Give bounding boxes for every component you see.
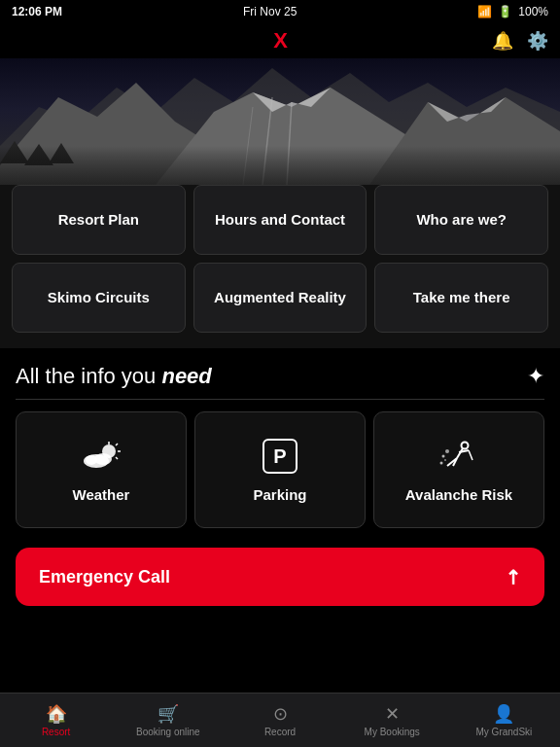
info-section: All the info you need ✦	[0, 348, 560, 548]
star-icon: ✦	[527, 364, 544, 389]
divider	[16, 399, 544, 400]
tab-record-label: Record	[264, 727, 296, 737]
svg-line-15	[469, 450, 472, 460]
bookings-icon: ✕	[385, 703, 400, 725]
tab-grandski-label: My GrandSki	[476, 727, 533, 737]
wifi-icon: 📶	[477, 5, 492, 18]
logo: X	[273, 28, 287, 53]
avalanche-label: Avalanche Risk	[405, 485, 512, 505]
svg-line-4	[116, 444, 118, 445]
status-date: Fri Nov 25	[243, 5, 297, 18]
battery-label: 100%	[518, 5, 548, 18]
emergency-call-button[interactable]: Emergency Call ↗	[16, 548, 544, 606]
tab-mybookings[interactable]: ✕ My Bookings	[336, 694, 448, 747]
grid-section: Resort Plan Hours and Contact Who are we…	[0, 185, 560, 348]
svg-point-16	[442, 455, 445, 458]
home-icon: 🏠	[46, 703, 67, 725]
tab-resort[interactable]: 🏠 Resort	[0, 694, 112, 747]
augmented-reality-button[interactable]: Augmented Reality	[193, 263, 368, 333]
tab-booking-label: Booking online	[136, 727, 200, 737]
status-bar: 12:06 PM Fri Nov 25 📶 🔋 100%	[0, 0, 560, 23]
svg-point-17	[445, 449, 449, 453]
profile-icon: 👤	[493, 703, 514, 725]
emergency-section: Emergency Call ↗	[0, 548, 560, 622]
bell-icon[interactable]: 🔔	[492, 30, 513, 52]
grid-row-1: Resort Plan Hours and Contact Who are we…	[12, 185, 548, 255]
resort-plan-button[interactable]: Resort Plan	[12, 185, 186, 255]
take-me-there-button[interactable]: Take me there	[374, 263, 548, 333]
battery-icon: 🔋	[498, 5, 512, 18]
weather-card[interactable]: Weather	[16, 411, 187, 528]
parking-label: Parking	[253, 485, 306, 505]
svg-line-11	[457, 448, 463, 458]
cart-icon: 🛒	[158, 703, 179, 725]
cards-grid: Weather P Parking	[16, 411, 544, 528]
svg-point-18	[440, 462, 443, 465]
emergency-label: Emergency Call	[39, 567, 170, 587]
tab-booking[interactable]: 🛒 Booking online	[112, 694, 224, 747]
svg-point-19	[444, 459, 446, 461]
info-title: All the info you need	[16, 364, 212, 389]
tab-record[interactable]: ⊙ Record	[224, 694, 335, 747]
svg-point-9	[86, 455, 97, 465]
record-icon: ⊙	[273, 703, 288, 725]
tab-mybookings-label: My Bookings	[365, 727, 420, 737]
svg-rect-1	[0, 146, 560, 185]
nav-icons: 🔔 ⚙️	[492, 30, 548, 52]
who-are-we-button[interactable]: Who are we?	[374, 185, 548, 255]
tab-resort-label: Resort	[42, 727, 70, 737]
svg-point-10	[462, 443, 469, 449]
status-time: 12:06 PM	[12, 5, 62, 18]
top-nav: X 🔔 ⚙️	[0, 23, 560, 58]
skimo-circuits-button[interactable]: Skimo Circuits	[12, 263, 186, 333]
svg-line-6	[116, 457, 118, 459]
tab-grandski[interactable]: 👤 My GrandSki	[448, 694, 560, 747]
grid-row-2: Skimo Circuits Augmented Reality Take me…	[12, 263, 548, 333]
info-header: All the info you need ✦	[16, 364, 544, 389]
weather-label: Weather	[73, 485, 130, 505]
avalanche-icon	[438, 439, 480, 474]
settings-icon[interactable]: ⚙️	[527, 30, 548, 52]
parking-icon: P	[262, 439, 298, 474]
weather-icon	[80, 439, 122, 474]
tab-bar: 🏠 Resort 🛒 Booking online ⊙ Record ✕ My …	[0, 693, 560, 747]
hours-contact-button[interactable]: Hours and Contact	[193, 185, 368, 255]
status-icons: 📶 🔋 100%	[477, 5, 548, 18]
parking-card[interactable]: P Parking	[194, 411, 366, 528]
avalanche-card[interactable]: Avalanche Risk	[373, 411, 544, 528]
emergency-arrow-icon: ↗	[499, 563, 527, 591]
hero-image	[0, 58, 560, 185]
